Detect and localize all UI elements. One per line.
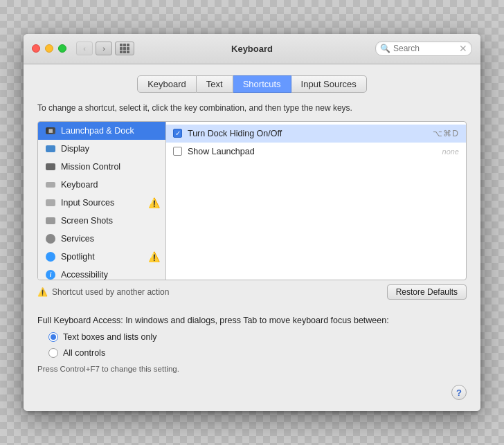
shortcut-key-turn-dock: ⌥⌘D [433,129,459,138]
sidebar-item-display[interactable]: Display [38,140,165,158]
radio-btn-all-controls[interactable] [48,348,58,358]
shortcut-item-show-launchpad[interactable]: Show Launchpad none [166,143,466,161]
warning-icon: ⚠️ [37,287,48,297]
keyboard-access-section: Full Keyboard Access: In windows and dia… [37,314,467,375]
tab-keyboard[interactable]: Keyboard [137,75,197,93]
search-input[interactable] [393,44,459,53]
shortcut-item-turn-dock[interactable]: ✓ Turn Dock Hiding On/Off ⌥⌘D [166,125,466,143]
help-area: ? [37,382,467,400]
instruction-text: To change a shortcut, select it, click t… [37,102,467,114]
keyboard-icon [45,179,56,190]
sidebar-label-screenshots: Screen Shots [61,216,113,226]
launchpad-icon: ▦ [45,125,56,136]
close-button[interactable] [32,44,40,53]
screenshots-icon [45,215,56,226]
sidebar-item-accessibility[interactable]: i Accessibility [38,266,165,280]
sidebar-label-launchpad: Launchpad & Dock [61,126,134,136]
shortcuts-sidebar: ▦ Launchpad & Dock Display Mission Contr… [38,122,166,280]
shortcut-checkbox-show-launchpad[interactable] [173,147,182,156]
sidebar-label-services: Services [61,234,94,244]
sidebar-item-services[interactable]: Services [38,230,165,248]
warning-text: Shortcut used by another action [52,287,169,297]
checkmark-icon: ✓ [175,129,181,137]
sidebar-item-launchpad[interactable]: ▦ Launchpad & Dock [38,122,165,140]
back-button[interactable]: ‹ [76,42,93,55]
minimize-button[interactable] [45,44,53,53]
search-box[interactable]: 🔍 ✕ [375,41,472,56]
warning-area: ⚠️ Shortcut used by another action [37,287,169,297]
restore-defaults-button[interactable]: Restore Defaults [387,284,467,300]
radio-btn-text-boxes[interactable] [48,332,58,342]
shortcuts-panel: ▦ Launchpad & Dock Display Mission Contr… [37,121,467,280]
keyboard-window: ‹ › Keyboard 🔍 ✕ Keyboard Text Shortcuts… [24,34,480,411]
sidebar-label-mission: Mission Control [61,162,120,172]
sidebar-item-input-sources[interactable]: Input Sources ⚠️ [38,194,165,212]
grid-button[interactable] [115,42,134,55]
sidebar-label-keyboard: Keyboard [61,180,98,190]
bottom-bar: ⚠️ Shortcut used by another action Resto… [37,280,467,304]
radio-all-controls[interactable]: All controls [48,346,467,360]
tab-shortcuts[interactable]: Shortcuts [233,75,291,93]
spotlight-icon [45,251,56,262]
sidebar-label-spotlight: Spotlight [61,252,95,262]
forward-button[interactable]: › [96,42,112,55]
content-area: Keyboard Text Shortcuts Input Sources To… [24,64,480,411]
search-icon: 🔍 [380,44,390,53]
nav-buttons: ‹ › [76,42,112,55]
display-icon [45,143,56,154]
shortcut-checkbox-turn-dock[interactable]: ✓ [173,129,182,138]
input-sources-warning-icon: ⚠️ [148,197,160,208]
sidebar-item-screenshots[interactable]: Screen Shots [38,212,165,230]
shortcut-list: ✓ Turn Dock Hiding On/Off ⌥⌘D Show Launc… [166,122,466,280]
radio-label-all-controls: All controls [63,346,105,360]
shortcut-label-turn-dock: Turn Dock Hiding On/Off [188,129,427,138]
titlebar: ‹ › Keyboard 🔍 ✕ [24,34,480,64]
sidebar-item-keyboard[interactable]: Keyboard [38,176,165,194]
sidebar-label-input-sources: Input Sources [61,198,114,208]
mission-control-icon [45,161,56,172]
sidebar-item-mission[interactable]: Mission Control [38,158,165,176]
window-title: Keyboard [231,44,273,54]
keyboard-access-title: Full Keyboard Access: In windows and dia… [37,314,467,327]
clear-search-icon[interactable]: ✕ [459,43,467,54]
maximize-button[interactable] [58,44,66,53]
sidebar-label-accessibility: Accessibility [61,270,108,280]
help-button[interactable]: ? [451,385,467,400]
input-sources-icon [45,197,56,208]
shortcut-key-show-launchpad: none [442,147,459,156]
shortcut-label-show-launchpad: Show Launchpad [188,147,437,156]
hint-text: Press Control+F7 to change this setting. [37,363,467,375]
spotlight-warning-icon: ⚠️ [148,251,160,262]
radio-text-boxes[interactable]: Text boxes and lists only [48,330,467,344]
services-icon [45,233,56,244]
tab-input-sources[interactable]: Input Sources [291,75,367,93]
sidebar-item-spotlight[interactable]: Spotlight ⚠️ [38,248,165,266]
tabs-row: Keyboard Text Shortcuts Input Sources [37,75,467,93]
sidebar-label-display: Display [61,144,89,154]
tab-text[interactable]: Text [197,75,233,93]
traffic-lights [32,44,66,53]
radio-inner-text-boxes [51,334,56,340]
accessibility-icon: i [45,269,56,280]
radio-label-text-boxes: Text boxes and lists only [63,330,157,344]
